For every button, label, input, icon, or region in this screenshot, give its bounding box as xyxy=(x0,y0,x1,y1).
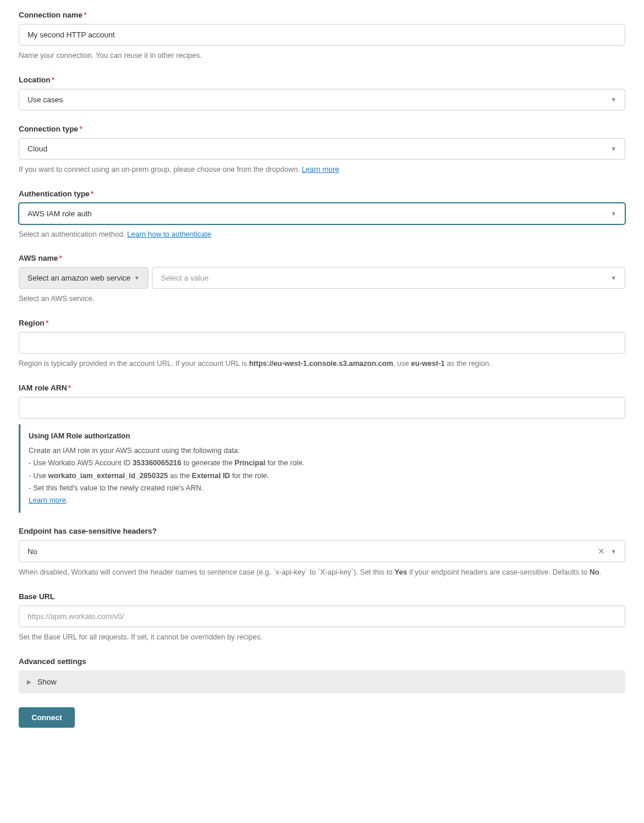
iam-role-info-box: Using IAM Role authorization Create an I… xyxy=(19,424,625,513)
chevron-down-icon: ▼ xyxy=(611,210,617,217)
connection-name-label: Connection name* xyxy=(19,11,625,19)
base-url-label: Base URL xyxy=(19,592,625,601)
advanced-settings-toggle[interactable]: ▶ Show xyxy=(19,670,625,693)
chevron-right-icon: ▶ xyxy=(27,679,32,685)
iam-role-input[interactable] xyxy=(19,397,625,419)
location-label: Location* xyxy=(19,75,625,84)
clear-icon[interactable]: ✕ xyxy=(598,547,605,556)
chevron-down-icon: ▼ xyxy=(611,146,617,152)
connection-type-select[interactable]: Cloud ▼ xyxy=(19,138,625,160)
chevron-down-icon: ▼ xyxy=(611,96,617,103)
auth-type-label: Authentication type* xyxy=(19,189,625,198)
aws-value-select[interactable]: Select a value ▼ xyxy=(152,267,625,289)
region-label: Region* xyxy=(19,319,625,327)
connection-type-help: If you want to connect using an on-prem … xyxy=(19,164,625,175)
auth-type-help: Select an authentication method. Learn h… xyxy=(19,229,625,240)
advanced-settings-label: Advanced settings xyxy=(19,657,625,666)
chevron-down-icon: ▼ xyxy=(611,275,617,281)
chevron-down-icon: ▼ xyxy=(611,548,617,555)
connection-name-help: Name your connection. You can reuse it i… xyxy=(19,50,625,61)
connection-name-input[interactable] xyxy=(19,24,625,46)
iam-role-learn-more-link[interactable]: Learn more xyxy=(29,496,66,504)
case-sensitive-help: When disabled, Workato will convert the … xyxy=(19,567,625,578)
auth-type-select[interactable]: AWS IAM role auth ▼ xyxy=(19,203,625,224)
aws-name-label: AWS name* xyxy=(19,254,625,262)
region-input[interactable] xyxy=(19,332,625,354)
case-sensitive-select[interactable]: No ✕ ▼ xyxy=(19,540,625,562)
chevron-down-icon: ▼ xyxy=(134,275,140,281)
location-select[interactable]: Use cases ▼ xyxy=(19,89,625,110)
iam-role-label: IAM role ARN* xyxy=(19,383,625,392)
connection-type-label: Connection type* xyxy=(19,125,625,133)
case-sensitive-label: Endpoint has case-sensitive headers? xyxy=(19,527,625,535)
auth-type-learn-link[interactable]: Learn how to authenticate xyxy=(127,230,212,238)
base-url-help: Set the Base URL for all requests. If se… xyxy=(19,632,625,643)
aws-service-button[interactable]: Select an amazon web service ▼ xyxy=(19,267,148,289)
aws-name-help: Select an AWS service. xyxy=(19,293,625,305)
connection-type-learn-more-link[interactable]: Learn more xyxy=(302,165,339,174)
region-help: Region is typically provided in the acco… xyxy=(19,358,625,369)
base-url-input[interactable] xyxy=(19,606,625,627)
connect-button[interactable]: Connect xyxy=(19,707,75,728)
